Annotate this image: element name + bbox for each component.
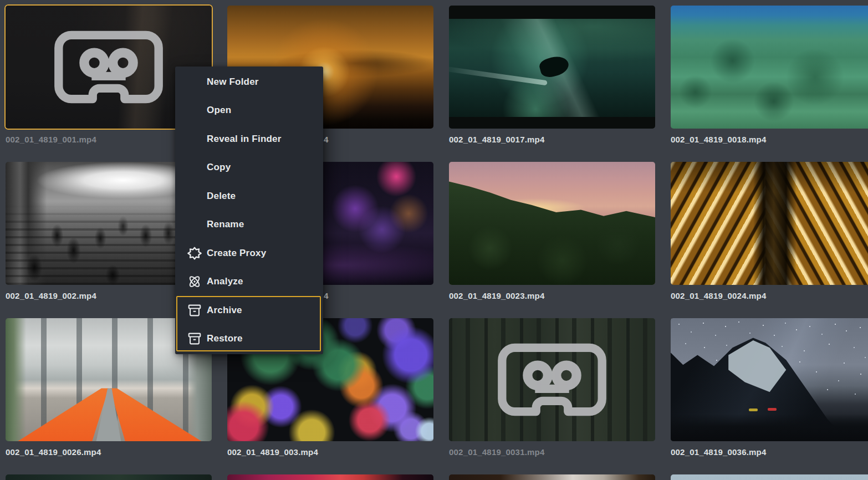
clip-cell: 002_01_4819_0024.mp4	[671, 162, 868, 302]
context-menu: New Folder Open Reveal in Finder Copy De…	[175, 67, 323, 354]
elevator-shaft	[671, 162, 868, 285]
clip-thumbnail-starry-mountain[interactable]	[671, 318, 868, 441]
media-library: 002_01_4819_001.mp4 4 002_01_4819_0017.m…	[0, 0, 868, 480]
menu-item-open[interactable]: Open	[175, 96, 323, 125]
clip-cell: 002_01_4819_0023.mp4	[449, 162, 655, 302]
clip-thumbnail-partial[interactable]	[6, 474, 212, 480]
menu-item-rename[interactable]: Rename	[175, 211, 323, 239]
clip-filename: 002_01_4819_0017.mp4	[449, 135, 655, 144]
menu-item-delete[interactable]: Delete	[175, 182, 323, 211]
menu-item-new-folder[interactable]: New Folder	[175, 68, 323, 96]
clip-filename: 002_01_4819_0031.mp4	[449, 447, 655, 457]
clip-cell: 002_01_4819_0031.mp4	[449, 318, 655, 458]
create-proxy-icon	[187, 246, 202, 261]
clip-thumbnail-dusk-forest[interactable]	[449, 162, 655, 285]
archive-box-icon	[187, 331, 202, 346]
clip-filename: 002_01_4819_0018.mp4	[671, 135, 868, 144]
clip-filename: 002_01_4819_0024.mp4	[671, 291, 868, 300]
menu-item-copy[interactable]: Copy	[175, 154, 323, 182]
clip-cell: 002_01_4819_0017.mp4	[449, 6, 655, 145]
menu-item-create-proxy[interactable]: Create Proxy	[175, 239, 323, 268]
clip-filename: 002_01_4819_003.mp4	[227, 447, 433, 457]
menu-item-restore[interactable]: Restore	[175, 325, 323, 354]
clip-cell: 002_01_4819_0036.mp4	[671, 318, 868, 458]
clip-thumbnail-diver[interactable]	[449, 6, 655, 129]
cassette-tape-icon	[497, 340, 607, 419]
clip-cell: 002_01_4819_0018.mp4	[671, 6, 868, 145]
analyze-icon	[187, 274, 202, 289]
clip-cell	[449, 474, 655, 480]
menu-item-analyze[interactable]: Analyze	[175, 268, 323, 297]
archive-box-icon	[187, 303, 202, 318]
clip-cell	[6, 474, 212, 480]
clip-thumbnail-partial[interactable]	[449, 474, 655, 480]
clip-thumbnail-partial[interactable]	[671, 474, 868, 480]
rocky-foreground	[671, 414, 868, 441]
clip-thumbnail-reef[interactable]	[671, 6, 868, 129]
clip-thumbnail-archived-forest[interactable]	[449, 318, 655, 441]
forest-silhouette	[449, 162, 655, 285]
menu-item-archive[interactable]: Archive	[175, 296, 323, 325]
clip-thumbnail-partial[interactable]	[227, 474, 433, 480]
cassette-tape-icon	[53, 28, 164, 106]
clip-filename: 002_01_4819_0023.mp4	[449, 291, 655, 300]
star-field	[671, 318, 672, 319]
clip-filename: 002_01_4819_0036.mp4	[671, 447, 868, 457]
clip-cell	[671, 474, 868, 480]
tents	[768, 408, 777, 411]
clip-grid: 002_01_4819_001.mp4 4 002_01_4819_0017.m…	[6, 6, 868, 480]
clip-cell	[227, 474, 433, 480]
clip-filename: 002_01_4819_0026.mp4	[6, 447, 212, 457]
menu-item-reveal-in-finder[interactable]: Reveal in Finder	[175, 125, 323, 154]
clip-thumbnail-golden-atrium[interactable]	[671, 162, 868, 285]
